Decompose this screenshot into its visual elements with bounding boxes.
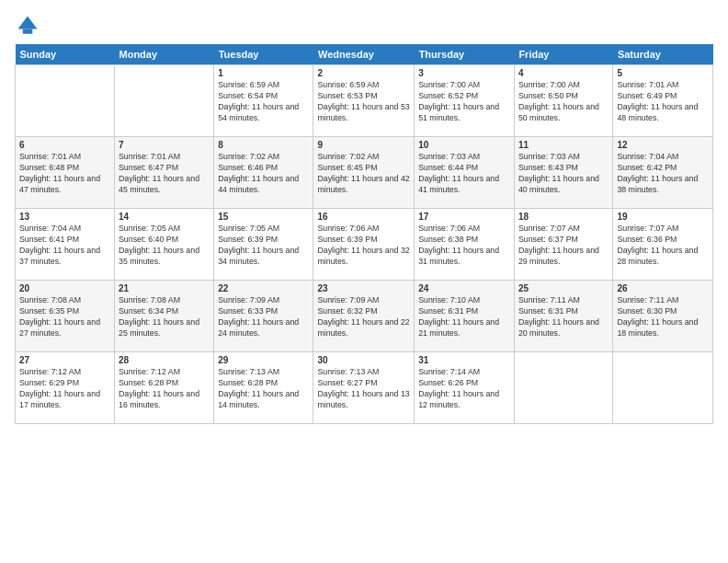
- svg-marker-0: [18, 17, 38, 29]
- calendar-cell: 20Sunrise: 7:08 AM Sunset: 6:35 PM Dayli…: [16, 281, 115, 352]
- calendar-cell: [514, 352, 612, 424]
- day-info: Sunrise: 7:10 AM Sunset: 6:31 PM Dayligh…: [418, 295, 510, 339]
- day-info: Sunrise: 7:09 AM Sunset: 6:33 PM Dayligh…: [218, 295, 309, 339]
- calendar-cell: 4Sunrise: 7:00 AM Sunset: 6:50 PM Daylig…: [514, 65, 612, 137]
- calendar-cell: 26Sunrise: 7:11 AM Sunset: 6:30 PM Dayli…: [613, 281, 713, 352]
- day-info: Sunrise: 7:11 AM Sunset: 6:31 PM Dayligh…: [518, 295, 609, 339]
- calendar-cell: 22Sunrise: 7:09 AM Sunset: 6:33 PM Dayli…: [214, 281, 313, 352]
- calendar-week-3: 13Sunrise: 7:04 AM Sunset: 6:41 PM Dayli…: [16, 209, 713, 281]
- day-info: Sunrise: 7:01 AM Sunset: 6:48 PM Dayligh…: [19, 152, 110, 196]
- day-info: Sunrise: 7:05 AM Sunset: 6:39 PM Dayligh…: [218, 224, 309, 268]
- day-info: Sunrise: 7:13 AM Sunset: 6:28 PM Dayligh…: [218, 367, 309, 411]
- calendar-cell: 6Sunrise: 7:01 AM Sunset: 6:48 PM Daylig…: [16, 137, 115, 209]
- day-info: Sunrise: 7:02 AM Sunset: 6:46 PM Dayligh…: [218, 152, 309, 196]
- day-number: 25: [518, 283, 609, 293]
- day-number: 6: [19, 140, 110, 150]
- calendar-cell: 2Sunrise: 6:59 AM Sunset: 6:53 PM Daylig…: [313, 65, 415, 137]
- day-number: 7: [119, 140, 210, 150]
- day-info: Sunrise: 7:03 AM Sunset: 6:43 PM Dayligh…: [518, 152, 609, 196]
- day-number: 4: [518, 68, 609, 78]
- calendar-week-4: 20Sunrise: 7:08 AM Sunset: 6:35 PM Dayli…: [16, 281, 713, 352]
- calendar-week-1: 1Sunrise: 6:59 AM Sunset: 6:54 PM Daylig…: [16, 65, 713, 137]
- calendar-week-5: 27Sunrise: 7:12 AM Sunset: 6:29 PM Dayli…: [16, 352, 713, 424]
- day-info: Sunrise: 7:13 AM Sunset: 6:27 PM Dayligh…: [317, 367, 410, 411]
- calendar-cell: [16, 65, 115, 137]
- page: SundayMondayTuesdayWednesdayThursdayFrid…: [0, 0, 728, 433]
- day-number: 8: [218, 140, 309, 150]
- day-number: 18: [518, 212, 609, 222]
- calendar-cell: 31Sunrise: 7:14 AM Sunset: 6:26 PM Dayli…: [415, 352, 515, 424]
- day-info: Sunrise: 7:09 AM Sunset: 6:32 PM Dayligh…: [317, 295, 410, 339]
- day-number: 31: [418, 355, 510, 365]
- calendar-cell: 21Sunrise: 7:08 AM Sunset: 6:34 PM Dayli…: [115, 281, 214, 352]
- weekday-header-saturday: Saturday: [613, 44, 713, 65]
- day-number: 29: [218, 355, 309, 365]
- day-info: Sunrise: 7:00 AM Sunset: 6:52 PM Dayligh…: [418, 80, 510, 124]
- day-number: 23: [317, 283, 410, 293]
- day-number: 13: [19, 212, 110, 222]
- calendar-cell: 7Sunrise: 7:01 AM Sunset: 6:47 PM Daylig…: [115, 137, 214, 209]
- day-number: 28: [119, 355, 210, 365]
- calendar-table: SundayMondayTuesdayWednesdayThursdayFrid…: [15, 44, 713, 424]
- calendar-cell: 10Sunrise: 7:03 AM Sunset: 6:44 PM Dayli…: [415, 137, 515, 209]
- day-info: Sunrise: 6:59 AM Sunset: 6:54 PM Dayligh…: [218, 80, 309, 124]
- day-info: Sunrise: 7:12 AM Sunset: 6:29 PM Dayligh…: [19, 367, 110, 411]
- day-number: 19: [617, 212, 709, 222]
- day-info: Sunrise: 7:07 AM Sunset: 6:36 PM Dayligh…: [617, 224, 709, 268]
- day-info: Sunrise: 7:01 AM Sunset: 6:47 PM Dayligh…: [119, 152, 210, 196]
- logo: [15, 13, 44, 39]
- day-number: 10: [418, 140, 510, 150]
- day-number: 12: [617, 140, 709, 150]
- weekday-header-row: SundayMondayTuesdayWednesdayThursdayFrid…: [16, 44, 713, 65]
- day-number: 27: [19, 355, 110, 365]
- day-number: 24: [418, 283, 510, 293]
- calendar-cell: 14Sunrise: 7:05 AM Sunset: 6:40 PM Dayli…: [115, 209, 214, 281]
- day-number: 17: [418, 212, 510, 222]
- calendar-cell: 19Sunrise: 7:07 AM Sunset: 6:36 PM Dayli…: [613, 209, 713, 281]
- day-number: 26: [617, 283, 709, 293]
- calendar-cell: 23Sunrise: 7:09 AM Sunset: 6:32 PM Dayli…: [313, 281, 415, 352]
- calendar-cell: 28Sunrise: 7:12 AM Sunset: 6:28 PM Dayli…: [115, 352, 214, 424]
- calendar-cell: 17Sunrise: 7:06 AM Sunset: 6:38 PM Dayli…: [415, 209, 515, 281]
- day-number: 3: [418, 68, 510, 78]
- day-number: 15: [218, 212, 309, 222]
- day-info: Sunrise: 7:12 AM Sunset: 6:28 PM Dayligh…: [119, 367, 210, 411]
- calendar-cell: 16Sunrise: 7:06 AM Sunset: 6:39 PM Dayli…: [313, 209, 415, 281]
- day-info: Sunrise: 7:05 AM Sunset: 6:40 PM Dayligh…: [119, 224, 210, 268]
- calendar-cell: 25Sunrise: 7:11 AM Sunset: 6:31 PM Dayli…: [514, 281, 612, 352]
- weekday-header-wednesday: Wednesday: [313, 44, 415, 65]
- calendar-cell: 13Sunrise: 7:04 AM Sunset: 6:41 PM Dayli…: [16, 209, 115, 281]
- day-number: 21: [119, 283, 210, 293]
- calendar-cell: 9Sunrise: 7:02 AM Sunset: 6:45 PM Daylig…: [313, 137, 415, 209]
- day-info: Sunrise: 7:04 AM Sunset: 6:42 PM Dayligh…: [617, 152, 709, 196]
- calendar-cell: 27Sunrise: 7:12 AM Sunset: 6:29 PM Dayli…: [16, 352, 115, 424]
- calendar-week-2: 6Sunrise: 7:01 AM Sunset: 6:48 PM Daylig…: [16, 137, 713, 209]
- day-info: Sunrise: 7:14 AM Sunset: 6:26 PM Dayligh…: [418, 367, 510, 411]
- weekday-header-sunday: Sunday: [16, 44, 115, 65]
- day-info: Sunrise: 7:03 AM Sunset: 6:44 PM Dayligh…: [418, 152, 510, 196]
- day-number: 16: [317, 212, 410, 222]
- day-number: 5: [617, 68, 709, 78]
- day-number: 20: [19, 283, 110, 293]
- weekday-header-tuesday: Tuesday: [214, 44, 313, 65]
- day-info: Sunrise: 7:06 AM Sunset: 6:38 PM Dayligh…: [418, 224, 510, 268]
- day-number: 9: [317, 140, 410, 150]
- svg-rect-1: [23, 29, 33, 34]
- weekday-header-friday: Friday: [514, 44, 612, 65]
- day-info: Sunrise: 7:08 AM Sunset: 6:34 PM Dayligh…: [119, 295, 210, 339]
- day-number: 1: [218, 68, 309, 78]
- day-number: 11: [518, 140, 609, 150]
- calendar-cell: 1Sunrise: 6:59 AM Sunset: 6:54 PM Daylig…: [214, 65, 313, 137]
- calendar-cell: 18Sunrise: 7:07 AM Sunset: 6:37 PM Dayli…: [514, 209, 612, 281]
- day-number: 22: [218, 283, 309, 293]
- header-area: [15, 9, 713, 39]
- day-info: Sunrise: 7:04 AM Sunset: 6:41 PM Dayligh…: [19, 224, 110, 268]
- day-number: 2: [317, 68, 410, 78]
- day-number: 30: [317, 355, 410, 365]
- day-info: Sunrise: 7:01 AM Sunset: 6:49 PM Dayligh…: [617, 80, 709, 124]
- day-info: Sunrise: 7:11 AM Sunset: 6:30 PM Dayligh…: [617, 295, 709, 339]
- calendar-cell: 15Sunrise: 7:05 AM Sunset: 6:39 PM Dayli…: [214, 209, 313, 281]
- calendar-cell: 29Sunrise: 7:13 AM Sunset: 6:28 PM Dayli…: [214, 352, 313, 424]
- logo-icon: [15, 13, 40, 39]
- weekday-header-monday: Monday: [115, 44, 214, 65]
